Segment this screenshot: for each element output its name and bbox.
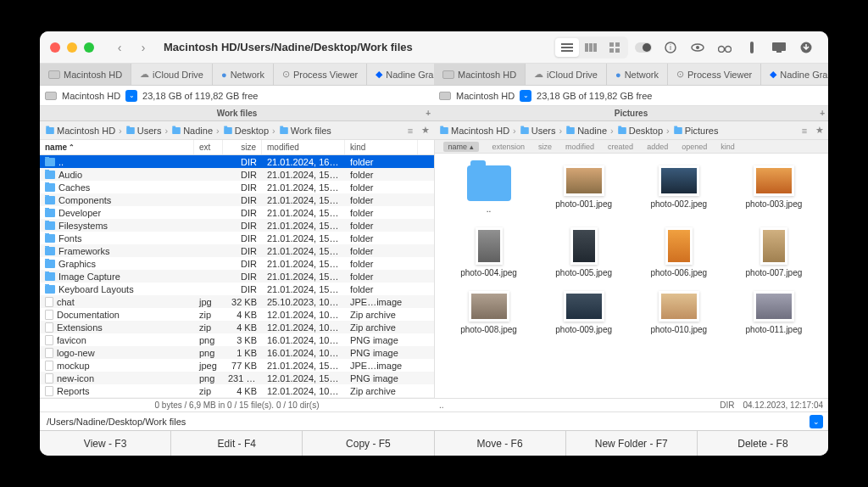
file-row[interactable]: GraphicsDIR21.01.2024, 15:56folder bbox=[40, 257, 434, 270]
footer-move-button[interactable]: Move - F6 bbox=[435, 431, 566, 456]
disk-menu-button[interactable]: ⌄ bbox=[125, 90, 137, 102]
grid-item[interactable]: photo-002.jpeg bbox=[633, 162, 725, 217]
image-thumbnail bbox=[564, 165, 604, 196]
column-kind[interactable]: kind bbox=[721, 143, 735, 151]
breadcrumb-item[interactable]: Users bbox=[124, 126, 164, 136]
grid-item[interactable]: photo-011.jpeg bbox=[728, 288, 820, 338]
file-row[interactable]: DeveloperDIR21.01.2024, 15:54folder bbox=[40, 206, 434, 219]
file-row[interactable]: CachesDIR21.01.2024, 15:59folder bbox=[40, 181, 434, 193]
file-row[interactable]: ..DIR21.01.2024, 16:10folder bbox=[40, 155, 434, 168]
left-file-list[interactable]: ..DIR21.01.2024, 16:10folderAudioDIR21.0… bbox=[40, 155, 434, 398]
location-tab-macintosh-hd[interactable]: Macintosh HD bbox=[434, 64, 526, 85]
file-row[interactable]: FilesystemsDIR21.01.2024, 15:55folder bbox=[40, 219, 434, 232]
right-icon-grid[interactable]: ..photo-001.jpegphoto-002.jpegphoto-003.… bbox=[435, 154, 829, 398]
breadcrumb-item[interactable]: Macintosh HD bbox=[43, 126, 117, 136]
location-tab-process-viewer[interactable]: ⊙Process Viewer bbox=[274, 64, 367, 85]
favorite-button[interactable]: ★ bbox=[813, 124, 826, 137]
breadcrumb-item[interactable]: Pictures bbox=[671, 126, 721, 136]
file-row[interactable]: Extensionszip4 KB12.01.2024, 10:37Zip ar… bbox=[40, 321, 434, 333]
column-added[interactable]: added bbox=[647, 143, 668, 151]
desktop-icon[interactable] bbox=[767, 38, 791, 57]
breadcrumb-item[interactable]: Desktop bbox=[615, 126, 665, 136]
column-created[interactable]: created bbox=[608, 143, 633, 151]
column-modified[interactable]: modified bbox=[262, 140, 345, 154]
binoculars-icon[interactable] bbox=[713, 38, 737, 57]
file-row[interactable]: faviconpng3 KB16.01.2024, 10:32PNG image bbox=[40, 333, 434, 346]
download-icon[interactable] bbox=[794, 38, 818, 57]
minimize-button[interactable] bbox=[67, 42, 77, 53]
grid-item[interactable]: photo-004.jpeg bbox=[443, 224, 535, 281]
breadcrumb-item[interactable]: Macintosh HD bbox=[437, 126, 511, 136]
footer-new-button[interactable]: New Folder - F7 bbox=[566, 431, 698, 456]
add-tab-button[interactable]: + bbox=[820, 109, 825, 118]
left-pane-title[interactable]: Work files + bbox=[40, 106, 434, 120]
location-tab-icloud-drive[interactable]: ☁iCloud Drive bbox=[131, 64, 213, 85]
column-size[interactable]: size bbox=[223, 140, 262, 154]
grid-item[interactable]: photo-008.jpeg bbox=[443, 288, 535, 338]
column-opened[interactable]: opened bbox=[682, 143, 707, 151]
location-tab-network[interactable]: ●Network bbox=[213, 64, 274, 85]
view-grid-button[interactable] bbox=[603, 38, 626, 57]
file-row[interactable]: Documentationzip4 KB12.01.2024, 10:37Zip… bbox=[40, 308, 434, 321]
footer-edit-button[interactable]: Edit - F4 bbox=[171, 431, 303, 456]
grid-item[interactable]: photo-006.jpeg bbox=[633, 224, 725, 281]
location-tab-network[interactable]: ●Network bbox=[607, 64, 668, 85]
favorite-button[interactable]: ★ bbox=[419, 124, 432, 137]
column-size[interactable]: size bbox=[538, 143, 552, 151]
file-row[interactable]: FontsDIR21.01.2024, 15:56folder bbox=[40, 232, 434, 244]
footer-view-button[interactable]: View - F3 bbox=[40, 431, 171, 456]
location-tab-nadine-grant[interactable]: ◆Nadine Grant bbox=[761, 64, 828, 85]
location-tab-icloud-drive[interactable]: ☁iCloud Drive bbox=[526, 64, 607, 85]
grid-item[interactable]: photo-010.jpeg bbox=[633, 288, 725, 338]
file-row[interactable]: Image CaptureDIR21.01.2024, 15:57folder bbox=[40, 270, 434, 283]
column-name[interactable]: name ▴ bbox=[443, 142, 479, 152]
breadcrumb-item[interactable]: Desktop bbox=[221, 126, 270, 136]
file-row[interactable]: new-iconpng231 KB12.01.2024, 15:24PNG im… bbox=[40, 372, 434, 384]
location-tab-nadine-grant[interactable]: ◆Nadine Grant bbox=[367, 64, 434, 85]
file-row[interactable]: chatjpg32 KB25.10.2023, 10:31JPE…image bbox=[40, 295, 434, 308]
eye-icon[interactable] bbox=[686, 38, 709, 57]
breadcrumb-item[interactable]: Work files bbox=[277, 126, 333, 136]
file-row[interactable]: mockupjpeg77 KB21.01.2024, 15:22JPE…imag… bbox=[40, 359, 434, 372]
add-tab-button[interactable]: + bbox=[426, 109, 431, 118]
view-list-button[interactable] bbox=[555, 38, 579, 57]
close-button[interactable] bbox=[50, 42, 60, 53]
history-button[interactable]: ≡ bbox=[403, 124, 417, 137]
file-row[interactable]: Keyboard LayoutsDIR21.01.2024, 15:57fold… bbox=[40, 283, 434, 295]
column-name[interactable]: name⌃ bbox=[40, 140, 194, 154]
path-history-button[interactable]: ⌄ bbox=[810, 415, 823, 428]
file-row[interactable]: FrameworksDIR21.01.2024, 15:56folder bbox=[40, 244, 434, 257]
file-row[interactable]: AudioDIR21.01.2024, 15:59folder bbox=[40, 168, 434, 181]
column-extension[interactable]: extension bbox=[492, 143, 526, 151]
breadcrumb-item[interactable]: Users bbox=[518, 126, 558, 136]
grid-item[interactable]: .. bbox=[443, 162, 535, 217]
file-row[interactable]: ComponentsDIR21.01.2024, 15:59folder bbox=[40, 193, 434, 206]
toggle-switch-icon[interactable] bbox=[632, 38, 655, 57]
grid-item[interactable]: photo-001.jpeg bbox=[538, 162, 630, 217]
column-ext[interactable]: ext bbox=[194, 140, 223, 154]
back-button[interactable]: ‹ bbox=[109, 37, 130, 58]
column-modified[interactable]: modified bbox=[565, 143, 594, 151]
location-tab-macintosh-hd[interactable]: Macintosh HD bbox=[40, 64, 131, 85]
breadcrumb-item[interactable]: Nadine bbox=[170, 126, 214, 136]
history-button[interactable]: ≡ bbox=[798, 124, 811, 137]
info-icon[interactable]: i bbox=[659, 38, 682, 57]
forward-button[interactable]: › bbox=[133, 37, 153, 58]
column-kind[interactable]: kind bbox=[345, 140, 418, 154]
maximize-button[interactable] bbox=[84, 42, 94, 53]
grid-item[interactable]: photo-005.jpeg bbox=[538, 224, 630, 281]
right-pane-title[interactable]: Pictures + bbox=[434, 106, 828, 120]
airdrop-icon[interactable] bbox=[740, 38, 764, 57]
path-input[interactable] bbox=[45, 415, 810, 428]
grid-item[interactable]: photo-007.jpeg bbox=[728, 224, 820, 281]
file-row[interactable]: logo-newpng1 KB16.01.2024, 10:32PNG imag… bbox=[40, 346, 434, 359]
view-columns-button[interactable] bbox=[579, 38, 603, 57]
disk-menu-button[interactable]: ⌄ bbox=[520, 90, 531, 102]
grid-item[interactable]: photo-009.jpeg bbox=[538, 288, 630, 338]
footer-copy-button[interactable]: Copy - F5 bbox=[303, 431, 434, 456]
file-row[interactable]: Reportszip4 KB12.01.2024, 10:37Zip archi… bbox=[40, 384, 434, 397]
grid-item[interactable]: photo-003.jpeg bbox=[728, 162, 820, 217]
breadcrumb-item[interactable]: Nadine bbox=[564, 126, 609, 136]
footer-delete-button[interactable]: Delete - F8 bbox=[698, 431, 828, 456]
location-tab-process-viewer[interactable]: ⊙Process Viewer bbox=[668, 64, 761, 85]
